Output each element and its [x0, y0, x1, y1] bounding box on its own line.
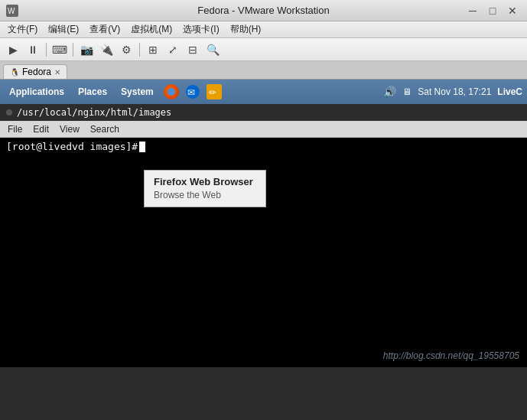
toolbar-separator-3 [139, 43, 140, 57]
edit-icon: ✏ [207, 84, 222, 99]
fit-guest-button[interactable]: ⊞ [145, 41, 161, 58]
unity-button[interactable]: ⊟ [184, 41, 201, 58]
terminal-cursor [139, 142, 145, 152]
svg-text:✏: ✏ [209, 87, 216, 98]
toolbar-separator-2 [73, 43, 73, 57]
terminal-menu-view[interactable]: View [55, 122, 84, 136]
svg-text:W: W [8, 7, 15, 15]
applications-menu[interactable]: Applications [5, 85, 69, 99]
clock-display: Sat Nov 18, 17:21 [418, 86, 491, 97]
live-cd-label: LiveC [497, 86, 522, 97]
menu-view[interactable]: 查看(V) [85, 21, 125, 37]
terminal-menu-edit[interactable]: Edit [28, 122, 54, 136]
pause-button[interactable]: ⏸ [24, 41, 41, 58]
popup-menu-title: Firefox Web Browser [154, 175, 256, 189]
settings-button[interactable]: ⚙ [118, 41, 135, 58]
terminal-title-bar: /usr/local/nginx/html/images [0, 104, 527, 121]
terminal-menu-file[interactable]: File [3, 122, 27, 136]
firefox-icon [164, 84, 179, 99]
fullscreen-button[interactable]: ⤢ [164, 41, 181, 58]
places-menu[interactable]: Places [73, 85, 112, 99]
popup-menu-subtitle: Browse the Web [154, 189, 256, 202]
menu-bar: 文件(F) 编辑(E) 查看(V) 虚拟机(M) 选项卡(I) 帮助(H) [0, 21, 527, 38]
menu-vm[interactable]: 虚拟机(M) [126, 21, 177, 37]
watermark-text: http://blog.csdn.net/qq_19558705 [383, 350, 519, 361]
panel-right: 🔊 🖥 Sat Nov 18, 17:21 LiveC [383, 86, 522, 98]
close-button[interactable]: ✕ [504, 2, 521, 19]
speaker-icon[interactable]: 🔊 [383, 86, 396, 98]
terminal-menu: File Edit View Search [0, 121, 527, 138]
tab-bar: 🐧 Fedora ✕ [0, 61, 527, 80]
title-bar: W Fedora - VMware Workstation ─ □ ✕ [0, 0, 527, 21]
terminal-menu-search[interactable]: Search [86, 122, 124, 136]
gnome-panel: Applications Places System ✉ ✏ 🔊 🖥 Sat N… [0, 80, 527, 104]
prompt-text: [root@livedvd images]# [6, 141, 138, 152]
menu-edit[interactable]: 编辑(E) [44, 21, 83, 37]
toolbar-separator-1 [46, 43, 47, 57]
fedora-tab-icon: 🐧 [10, 68, 19, 77]
tab-close-button[interactable]: ✕ [54, 68, 60, 77]
edit-launcher[interactable]: ✏ [206, 83, 223, 100]
maximize-button[interactable]: □ [484, 2, 501, 19]
system-menu[interactable]: System [116, 85, 158, 99]
send-ctrl-alt-del-button[interactable]: ⌨ [51, 41, 68, 58]
firefox-launcher[interactable] [163, 83, 180, 100]
power-on-button[interactable]: ▶ [5, 41, 21, 58]
snapshot-button[interactable]: 📷 [78, 41, 95, 58]
tab-label: Fedora [22, 67, 51, 77]
menu-tabs[interactable]: 选项卡(I) [178, 21, 223, 37]
vm-toolbar: ▶ ⏸ ⌨ 📷 🔌 ⚙ ⊞ ⤢ ⊟ 🔍 [0, 38, 527, 61]
window-controls[interactable]: ─ □ ✕ [464, 2, 521, 19]
vmware-icon: W [6, 5, 18, 17]
svg-text:✉: ✉ [187, 87, 195, 98]
vm-content: Applications Places System ✉ ✏ 🔊 🖥 Sat N… [0, 80, 527, 367]
firefox-popup-menu[interactable]: Firefox Web Browser Browse the Web [144, 170, 266, 207]
network-icon[interactable]: 🖥 [402, 86, 412, 97]
usb-button[interactable]: 🔌 [98, 41, 115, 58]
title-bar-left: W [6, 5, 18, 17]
terminal-dot-1 [6, 109, 12, 116]
menu-help[interactable]: 帮助(H) [226, 21, 266, 37]
zoom-button[interactable]: 🔍 [204, 41, 221, 58]
minimize-button[interactable]: ─ [464, 2, 481, 19]
thunderbird-launcher[interactable]: ✉ [184, 83, 201, 100]
terminal-addr-prefix: /usr/local/nginx/html/images [17, 107, 171, 118]
tab-fedora[interactable]: 🐧 Fedora ✕ [3, 64, 67, 79]
menu-file[interactable]: 文件(F) [3, 21, 42, 37]
thunderbird-icon: ✉ [185, 84, 200, 99]
firefox-popup-item[interactable]: Firefox Web Browser Browse the Web [145, 171, 265, 207]
terminal-prompt: [root@livedvd images]# [6, 141, 521, 152]
watermark: http://blog.csdn.net/qq_19558705 [383, 350, 519, 361]
window-title: Fedora - VMware Workstation [197, 5, 329, 16]
